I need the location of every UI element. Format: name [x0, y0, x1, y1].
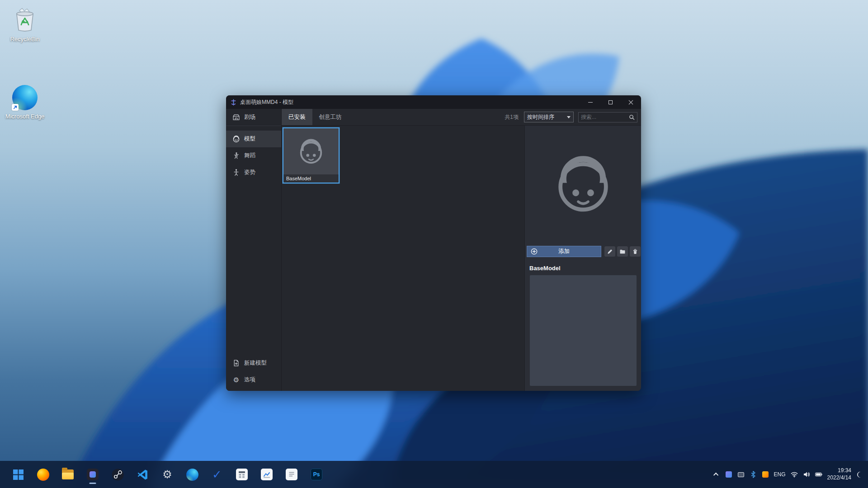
sidebar-item-new-model[interactable]: 新建模型 — [226, 355, 281, 371]
tab-installed[interactable]: 已安装 — [282, 109, 312, 125]
app-logo-icon — [230, 99, 237, 106]
sidebar-item-dances[interactable]: 舞蹈 — [226, 147, 281, 164]
model-card-basemodel[interactable]: BaseModel — [283, 127, 340, 183]
sidebar-item-models[interactable]: 模型 — [226, 131, 281, 147]
gear-icon: ⚙ — [232, 376, 240, 384]
dance-icon — [232, 152, 240, 160]
todo-taskbar-button[interactable]: ✓ — [207, 465, 227, 484]
close-icon — [628, 100, 633, 105]
plus-circle-icon — [531, 248, 538, 255]
pose-icon — [232, 169, 240, 176]
settings-taskbar-button[interactable]: ⚙ — [157, 465, 177, 484]
tray-app-button[interactable] — [725, 471, 732, 478]
desktopmmd-icon — [87, 469, 99, 480]
sidebar-item-poses[interactable]: 姿势 — [226, 164, 281, 181]
sidebar-item-label: 舞蹈 — [244, 152, 255, 160]
steam-icon — [112, 469, 124, 481]
wifi-button[interactable] — [791, 471, 798, 478]
clock[interactable]: 19:34 2022/4/14 — [827, 467, 851, 481]
vscode-taskbar-button[interactable] — [132, 465, 152, 484]
calculator-taskbar-button[interactable] — [232, 465, 252, 484]
minimize-button[interactable] — [580, 95, 600, 109]
vscode-icon — [137, 469, 148, 480]
battery-button[interactable] — [815, 471, 822, 478]
alert-icon — [762, 471, 769, 478]
minimize-icon — [588, 102, 593, 103]
search-box — [578, 112, 637, 122]
edit-button[interactable] — [604, 246, 615, 257]
steam-taskbar-button[interactable] — [108, 465, 127, 484]
recycle-bin-icon — [11, 6, 39, 34]
shortcut-arrow-icon — [12, 104, 19, 111]
tray-bluetooth-button[interactable] — [750, 471, 757, 478]
maximize-icon — [609, 100, 613, 104]
item-count-label: 共1项 — [505, 113, 519, 121]
gear-icon: ⚙ — [162, 469, 172, 480]
desktop-icon-recycle-bin[interactable]: RecycleBin — [0, 6, 50, 43]
sidebar-item-theater[interactable]: 剧场 — [226, 109, 281, 126]
sidebar: 剧场 模型 舞蹈 姿势 — [226, 109, 282, 391]
maximize-button[interactable] — [600, 95, 621, 109]
clock-time: 19:34 — [827, 467, 851, 474]
desktopmmd-taskbar-button[interactable] — [83, 465, 103, 484]
add-button[interactable]: 添加 — [527, 246, 601, 257]
monitor-taskbar-button[interactable] — [257, 465, 277, 484]
moon-icon — [856, 471, 863, 479]
taskbar: ⚙ ✓ Ps — [0, 461, 868, 488]
display-icon — [738, 472, 744, 477]
speaker-icon — [803, 471, 810, 478]
tray-alert-button[interactable] — [762, 471, 769, 478]
edge-icon — [186, 469, 198, 481]
sidebar-item-label: 新建模型 — [244, 359, 267, 367]
edge-taskbar-button[interactable] — [182, 465, 202, 484]
start-button[interactable] — [8, 465, 28, 484]
desktop: RecycleBin Microsoft Edge 桌面萌娘MMD4 - 模型 — [0, 0, 868, 488]
language-indicator[interactable]: ENG — [774, 471, 786, 478]
firefox-taskbar-button[interactable] — [33, 465, 53, 484]
bluetooth-icon — [750, 471, 756, 478]
search-input[interactable] — [581, 114, 629, 120]
sort-dropdown-value: 按时间排序 — [527, 113, 567, 121]
window-titlebar[interactable]: 桌面萌娘MMD4 - 模型 — [226, 95, 641, 109]
sort-dropdown[interactable]: 按时间排序 — [524, 112, 574, 122]
search-icon — [629, 114, 635, 120]
model-grid: BaseModel — [282, 126, 524, 391]
battery-icon — [815, 472, 822, 477]
detail-panel: 添加 BaseModel — [524, 126, 641, 391]
model-face-icon — [297, 137, 325, 165]
tray-display-button[interactable] — [737, 471, 745, 478]
checkmark-icon: ✓ — [212, 469, 222, 480]
file-explorer-taskbar-button[interactable] — [58, 465, 78, 484]
photoshop-taskbar-button[interactable]: Ps — [307, 465, 326, 484]
trash-icon — [632, 249, 638, 255]
photoshop-icon: Ps — [311, 469, 322, 480]
notepad-icon — [286, 469, 297, 480]
chevron-up-icon — [713, 473, 718, 478]
chevron-down-icon — [567, 116, 571, 118]
folder-icon — [619, 249, 626, 255]
notepad-taskbar-button[interactable] — [282, 465, 302, 484]
running-indicator — [90, 483, 96, 484]
open-folder-button[interactable] — [617, 246, 628, 257]
delete-button[interactable] — [630, 246, 641, 257]
model-card-name: BaseModel — [283, 174, 339, 183]
desktopmmd-tray-icon — [726, 471, 732, 478]
theater-icon — [232, 113, 240, 121]
sidebar-item-options[interactable]: ⚙ 选项 — [226, 371, 281, 388]
sidebar-item-label: 选项 — [244, 376, 255, 384]
sidebar-item-label: 姿势 — [244, 169, 255, 176]
focus-assist-button[interactable] — [856, 471, 863, 478]
windows-logo-icon — [13, 469, 24, 480]
sidebar-item-label: 剧场 — [244, 113, 255, 121]
sidebar-item-label: 模型 — [244, 135, 255, 143]
model-preview-face-icon — [552, 152, 615, 216]
clock-date: 2022/4/14 — [827, 474, 851, 482]
tab-workshop[interactable]: 创意工坊 — [312, 109, 349, 125]
tray-chevron-button[interactable] — [713, 471, 720, 478]
volume-button[interactable] — [803, 471, 810, 478]
desktop-icon-label: RecycleBin — [10, 36, 39, 43]
desktop-icon-microsoft-edge[interactable]: Microsoft Edge — [0, 84, 50, 120]
window-title: 桌面萌娘MMD4 - 模型 — [240, 99, 293, 106]
close-button[interactable] — [621, 95, 641, 109]
pencil-icon — [607, 249, 613, 255]
